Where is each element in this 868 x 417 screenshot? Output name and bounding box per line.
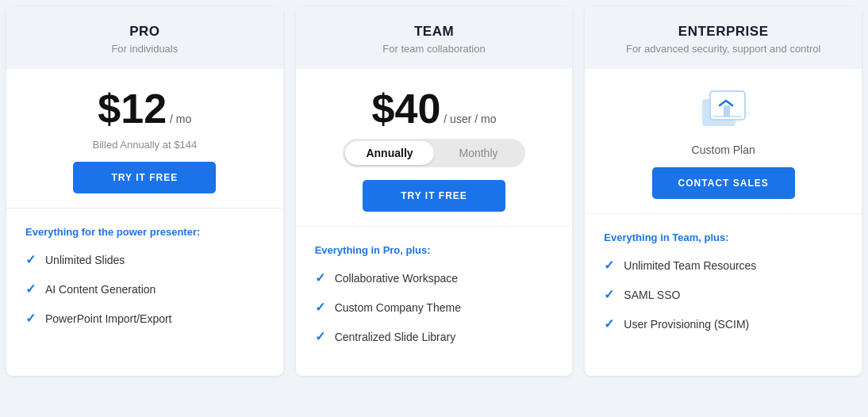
plan-team-price-row: $40 / user / mo (372, 85, 497, 132)
plan-enterprise-features-title: Everything in Team, plus: (604, 231, 843, 243)
list-item: ✓ Custom Company Theme (315, 300, 554, 315)
plan-pro-cta-button[interactable]: TRY IT FREE (73, 162, 216, 193)
check-icon: ✓ (25, 311, 36, 326)
plan-team-features: Everything in Pro, plus: ✓ Collaborative… (296, 227, 573, 376)
feature-label: Centralized Slide Library (335, 331, 456, 343)
plan-pro-subtitle: For individuals (22, 43, 267, 55)
enterprise-icon (696, 85, 751, 143)
plan-pro: PRO For individuals $12 / mo Billed Annu… (6, 6, 283, 376)
toggle-annually[interactable]: Annually (345, 141, 434, 165)
feature-label: Custom Company Theme (335, 301, 461, 314)
plan-enterprise-cta-button[interactable]: CONTACT SALES (652, 167, 795, 199)
check-icon: ✓ (315, 329, 325, 344)
plan-enterprise-name: ENTERPRISE (601, 24, 846, 40)
plan-enterprise-header: ENTERPRISE For advanced security, suppor… (585, 6, 862, 69)
plan-enterprise-subtitle: For advanced security, support and contr… (601, 43, 846, 55)
feature-label: Unlimited Team Resources (624, 259, 756, 272)
plan-team-name: TEAM (312, 24, 557, 40)
feature-label: AI Content Generation (45, 283, 156, 296)
list-item: ✓ Centralized Slide Library (315, 329, 554, 344)
plan-pro-features-title: Everything for the power presenter: (25, 226, 264, 238)
check-icon: ✓ (604, 258, 614, 273)
check-icon: ✓ (604, 287, 614, 302)
plan-team: TEAM For team collaboration $40 / user /… (296, 6, 573, 376)
plan-pro-price: $12 (98, 85, 167, 132)
feature-label: User Provisioning (SCIM) (624, 318, 749, 331)
list-item: ✓ Unlimited Slides (25, 252, 264, 267)
list-item: ✓ Collaborative Workspace (315, 270, 554, 285)
plan-pro-price-row: $12 / mo (98, 85, 191, 132)
check-icon: ✓ (25, 252, 36, 267)
check-icon: ✓ (315, 300, 325, 315)
feature-label: Unlimited Slides (45, 254, 125, 266)
list-item: ✓ User Provisioning (SCIM) (604, 316, 843, 331)
check-icon: ✓ (315, 270, 325, 285)
pricing-container: PRO For individuals $12 / mo Billed Annu… (0, 0, 868, 382)
plan-pro-name: PRO (22, 24, 267, 40)
list-item: ✓ AI Content Generation (25, 281, 264, 296)
plan-team-subtitle: For team collaboration (312, 43, 557, 55)
plan-pro-pricing: $12 / mo Billed Annually at $144 TRY IT … (6, 69, 283, 208)
svg-rect-3 (724, 105, 730, 117)
plan-team-pricing: $40 / user / mo Annually Monthly TRY IT … (296, 69, 573, 227)
plan-pro-header: PRO For individuals (6, 6, 283, 69)
plan-pro-billed: Billed Annually at $144 (93, 139, 198, 151)
check-icon: ✓ (25, 281, 36, 296)
list-item: ✓ SAML SSO (604, 287, 843, 302)
feature-label: Collaborative Workspace (335, 272, 458, 285)
list-item: ✓ PowerPoint Import/Export (25, 311, 264, 326)
plan-team-features-title: Everything in Pro, plus: (315, 244, 554, 256)
feature-label: PowerPoint Import/Export (45, 312, 172, 325)
billing-toggle[interactable]: Annually Monthly (343, 139, 525, 167)
plan-team-header: TEAM For team collaboration (296, 6, 573, 69)
plan-pro-unit: / mo (170, 113, 191, 125)
plan-enterprise-features: Everything in Team, plus: ✓ Unlimited Te… (585, 214, 862, 376)
plan-enterprise: ENTERPRISE For advanced security, suppor… (585, 6, 862, 376)
plan-team-price: $40 (372, 85, 441, 132)
toggle-monthly[interactable]: Monthly (434, 141, 523, 165)
feature-label: SAML SSO (624, 289, 680, 301)
check-icon: ✓ (604, 316, 614, 331)
plan-team-cta-button[interactable]: TRY IT FREE (363, 180, 505, 212)
plan-pro-features: Everything for the power presenter: ✓ Un… (6, 208, 283, 376)
plan-enterprise-pricing: Custom Plan CONTACT SALES (585, 69, 862, 214)
list-item: ✓ Unlimited Team Resources (604, 258, 843, 273)
plan-team-unit: / user / mo (444, 113, 496, 125)
custom-plan-label: Custom Plan (692, 143, 755, 156)
